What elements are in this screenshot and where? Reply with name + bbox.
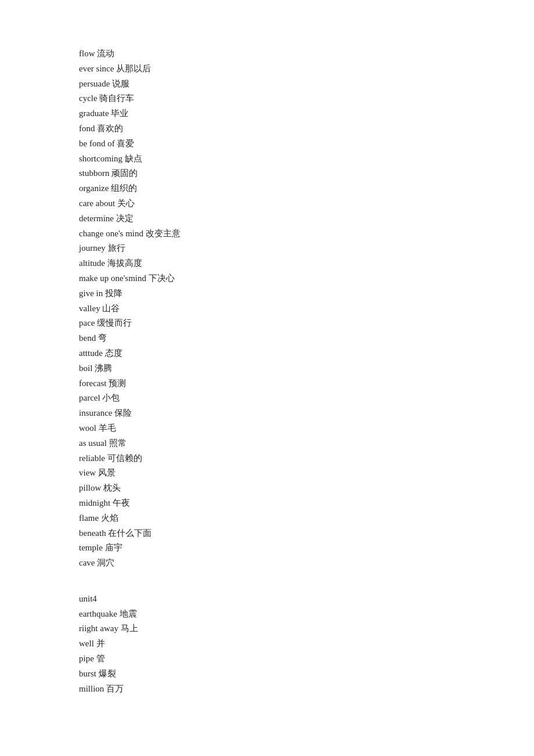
vocab-item: cave 洞穴 bbox=[79, 556, 534, 571]
vocab-item: midnight 午夜 bbox=[79, 496, 534, 511]
vocab-item: temple 庙宇 bbox=[79, 541, 534, 556]
vocab-item: give in 投降 bbox=[79, 286, 534, 301]
vocab-item: boil 沸腾 bbox=[79, 361, 534, 376]
vocab-item: ever since 从那以后 bbox=[79, 62, 534, 77]
section-gap bbox=[79, 571, 534, 592]
vocab-item: flow 流动 bbox=[79, 46, 534, 62]
vocab-item: be fond of 喜爱 bbox=[79, 136, 534, 152]
vocab-item: make up one'smind 下决心 bbox=[79, 271, 534, 286]
vocab-item: view 风景 bbox=[79, 466, 534, 481]
vocab-item: well 并 bbox=[79, 636, 534, 651]
vocab-item: pipe 管 bbox=[79, 651, 534, 667]
vocab-item: change one's mind 改变主意 bbox=[79, 226, 534, 242]
vocab-item: organize 组织的 bbox=[79, 181, 534, 196]
vocab-item: graduate 毕业 bbox=[79, 106, 534, 121]
vocab-item: insurance 保险 bbox=[79, 406, 534, 421]
vocab-item: beneath 在什么下面 bbox=[79, 526, 534, 541]
vocab-item: fond 喜欢的 bbox=[79, 121, 534, 136]
vocab-item: journey 旅行 bbox=[79, 241, 534, 256]
vocab-item: riight away 马上 bbox=[79, 621, 534, 636]
section-1: flow 流动ever since 从那以后persuade 说服cycle 骑… bbox=[79, 46, 534, 571]
vocab-item: wool 羊毛 bbox=[79, 421, 534, 436]
section-2: unit4earthquake 地震riight away 马上well 并pi… bbox=[79, 592, 534, 697]
vocab-item: burst 爆裂 bbox=[79, 667, 534, 682]
vocab-item: care about 关心 bbox=[79, 196, 534, 211]
vocab-item: cycle 骑自行车 bbox=[79, 91, 534, 106]
vocab-item: million 百万 bbox=[79, 682, 534, 697]
vocab-item: altitude 海拔高度 bbox=[79, 256, 534, 271]
vocab-item: as usual 照常 bbox=[79, 436, 534, 451]
vocab-item: earthquake 地震 bbox=[79, 607, 534, 622]
vocab-item: pace 缓慢而行 bbox=[79, 316, 534, 331]
vocab-item: determine 决定 bbox=[79, 211, 534, 226]
vocab-item: parcel 小包 bbox=[79, 391, 534, 406]
vocab-item: pillow 枕头 bbox=[79, 481, 534, 496]
vocabulary-list: flow 流动ever since 从那以后persuade 说服cycle 骑… bbox=[79, 46, 534, 696]
vocab-item: atttude 态度 bbox=[79, 346, 534, 361]
vocab-item: bend 弯 bbox=[79, 331, 534, 346]
vocab-item: flame 火焰 bbox=[79, 511, 534, 526]
vocab-item: stubborn 顽固的 bbox=[79, 166, 534, 181]
vocab-item: persuade 说服 bbox=[79, 77, 534, 92]
vocab-item: forecast 预测 bbox=[79, 376, 534, 391]
vocab-item: unit4 bbox=[79, 592, 534, 607]
vocab-item: valley 山谷 bbox=[79, 301, 534, 316]
vocab-item: reliable 可信赖的 bbox=[79, 451, 534, 466]
vocab-item: shortcoming 缺点 bbox=[79, 152, 534, 167]
